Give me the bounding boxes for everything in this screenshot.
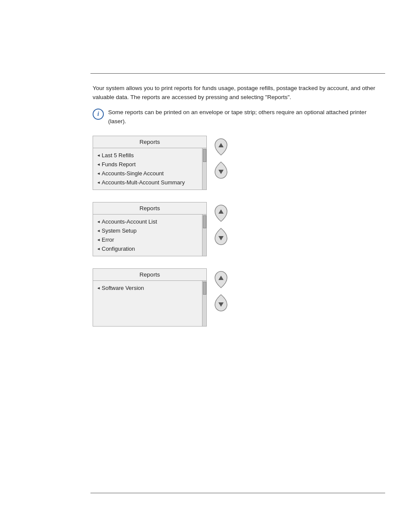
menu-items-wrapper-3: ◂ Software Version [93,281,206,326]
scroll-up-button-2[interactable] [213,204,229,223]
scrollbar-thumb-1[interactable] [203,149,206,162]
info-icon-label: i [97,111,99,118]
menu-items-2: ◂ Accounts-Account List ◂ System Setup ◂… [93,215,202,256]
main-content: Your system allows you to print reports … [93,84,383,327]
list-item[interactable]: ◂ Accounts-Account List [93,217,202,226]
nav-buttons-3 [213,268,229,312]
arrow-icon: ◂ [97,162,100,167]
screen-row-1: Reports ◂ Last 5 Refills ◂ Funds Report [93,136,383,190]
item-label: Configuration [102,246,135,252]
scrollbar-thumb-3[interactable] [203,282,206,295]
screen-row-2: Reports ◂ Accounts-Account List ◂ System… [93,202,383,256]
menu-box-3: Reports ◂ Software Version [93,268,207,327]
list-item-empty-3 [93,313,202,324]
screen-row-3: Reports ◂ Software Version [93,268,383,327]
list-item[interactable]: ◂ Accounts-Mult-Account Summary [93,178,202,187]
list-item-empty-1 [93,292,202,303]
info-row: i Some reports can be printed on an enve… [93,108,383,126]
menu-items-1: ◂ Last 5 Refills ◂ Funds Report ◂ Accoun… [93,148,202,190]
top-rule [90,73,385,74]
arrow-icon: ◂ [97,152,100,158]
list-item[interactable]: ◂ Configuration [93,244,202,253]
arrow-icon: ◂ [97,219,100,224]
scrollbar-track-3[interactable] [202,281,206,326]
nav-buttons-1 [213,136,229,180]
scroll-down-button-1[interactable] [213,161,229,180]
list-item[interactable]: ◂ Error [93,235,202,244]
item-label: System Setup [102,227,137,234]
scrollbar-track-2[interactable] [202,215,206,256]
info-icon: i [93,109,104,120]
menu-items-3: ◂ Software Version [93,281,202,326]
bottom-rule [90,493,385,493]
item-label: Error [102,236,114,243]
screens-section: Reports ◂ Last 5 Refills ◂ Funds Report [93,136,383,327]
item-label: Software Version [102,285,144,291]
page-container: Your system allows you to print reports … [0,0,411,532]
scroll-up-button-1[interactable] [213,137,229,156]
arrow-icon: ◂ [97,246,100,252]
list-item[interactable]: ◂ Funds Report [93,160,202,169]
item-label: Accounts-Single Account [102,170,164,177]
item-label: Last 5 Refills [102,152,134,159]
info-note-text: Some reports can be printed on an envelo… [108,108,383,126]
list-item[interactable]: ◂ Last 5 Refills [93,151,202,160]
menu-items-wrapper-1: ◂ Last 5 Refills ◂ Funds Report ◂ Accoun… [93,148,206,190]
nav-buttons-2 [213,202,229,246]
scroll-down-button-2[interactable] [213,227,229,246]
arrow-icon: ◂ [97,237,100,243]
arrow-icon: ◂ [97,228,100,233]
arrow-icon: ◂ [97,285,100,291]
menu-box-2: Reports ◂ Accounts-Account List ◂ System… [93,202,207,256]
item-label: Accounts-Account List [102,218,157,225]
list-item[interactable]: ◂ Software Version [93,283,202,292]
menu-items-wrapper-2: ◂ Accounts-Account List ◂ System Setup ◂… [93,215,206,256]
list-item[interactable]: ◂ System Setup [93,226,202,235]
scroll-down-button-3[interactable] [213,293,229,312]
scroll-up-button-3[interactable] [213,270,229,289]
intro-text: Your system allows you to print reports … [93,84,383,102]
list-item[interactable]: ◂ Accounts-Single Account [93,169,202,178]
scrollbar-track-1[interactable] [202,148,206,190]
scrollbar-thumb-2[interactable] [203,215,206,228]
menu-title-3: Reports [93,269,206,281]
arrow-icon: ◂ [97,171,100,176]
menu-box-1: Reports ◂ Last 5 Refills ◂ Funds Report [93,136,207,190]
list-item-empty-2 [93,303,202,313]
arrow-icon: ◂ [97,180,100,185]
item-label: Funds Report [102,161,136,168]
menu-title-2: Reports [93,202,206,215]
menu-title-1: Reports [93,136,206,148]
item-label: Accounts-Mult-Account Summary [102,179,185,186]
